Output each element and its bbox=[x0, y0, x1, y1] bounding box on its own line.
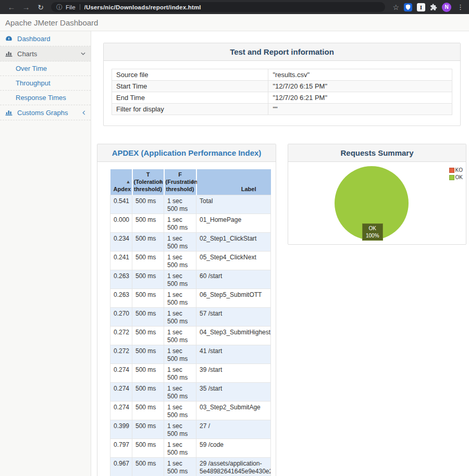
frustration-value: 1 sec 500 ms bbox=[164, 327, 196, 345]
toleration-value: 500 ms bbox=[132, 270, 164, 289]
apdex-panel: APDEX (Application Performance Index) Ap… bbox=[97, 144, 276, 476]
sidebar-item-label: Throughput bbox=[16, 79, 51, 87]
sidebar-item-response-times[interactable]: Response Times bbox=[0, 91, 91, 105]
info-label: Source file bbox=[112, 69, 268, 81]
toleration-value: 500 ms bbox=[132, 195, 164, 214]
apdex-value: 0.263 bbox=[110, 270, 132, 289]
shield-extension-icon[interactable] bbox=[404, 3, 412, 11]
bar-chart-icon bbox=[5, 109, 13, 116]
table-row: Source file "results.csv" bbox=[112, 69, 452, 81]
column-header-label[interactable]: Label bbox=[196, 169, 271, 195]
table-row: 0.967 500 ms 1 sec 500 ms 29 /assets/app… bbox=[110, 458, 271, 476]
frustration-value: 1 sec 500 ms bbox=[164, 383, 196, 402]
apdex-value: 0.272 bbox=[110, 327, 132, 345]
chevron-left-icon bbox=[82, 110, 85, 115]
content-area: Test and Report information Source file … bbox=[91, 31, 469, 476]
frustration-value: 1 sec 500 ms bbox=[164, 252, 196, 270]
frustration-value: 1 sec 500 ms bbox=[164, 364, 196, 383]
address-bar[interactable]: ⓘ File /Users/nic/Downloads/report/index… bbox=[51, 2, 385, 12]
table-row: 0.541 500 ms 1 sec 500 ms Total bbox=[110, 195, 271, 214]
sidebar-item-over-time[interactable]: Over Time bbox=[0, 61, 91, 76]
toleration-value: 500 ms bbox=[132, 308, 164, 327]
info-label: Start Time bbox=[112, 81, 268, 92]
info-label: End Time bbox=[112, 92, 268, 104]
frustration-value: 1 sec 500 ms bbox=[164, 233, 196, 252]
back-icon[interactable]: ← bbox=[5, 3, 18, 11]
frustration-value: 1 sec 500 ms bbox=[164, 458, 196, 476]
toleration-value: 500 ms bbox=[132, 327, 164, 345]
forward-icon[interactable]: → bbox=[20, 3, 32, 11]
sidebar-item-customs-graphs[interactable]: Customs Graphs bbox=[0, 105, 91, 120]
column-header-apdex[interactable]: Apdex ▲ bbox=[110, 169, 132, 195]
sidebar-item-label: Customs Graphs bbox=[17, 109, 68, 117]
toleration-value: 500 ms bbox=[132, 214, 164, 233]
label-value: 27 / bbox=[196, 420, 271, 439]
info-value: "" bbox=[268, 104, 452, 115]
info-value: "results.csv" bbox=[268, 69, 452, 81]
info-value: "12/7/20 6:15 PM" bbox=[268, 81, 452, 92]
chart-legend: KO OK bbox=[449, 167, 463, 182]
bookmark-star-icon[interactable]: ☆ bbox=[392, 3, 399, 11]
dashboard-gauge-icon bbox=[5, 35, 13, 42]
label-value: 35 /start bbox=[196, 383, 271, 402]
column-header-frustration[interactable]: F (Frustration threshold) ⇕ bbox=[164, 169, 196, 195]
frustration-value: 1 sec 500 ms bbox=[164, 345, 196, 364]
sidebar: Dashboard Charts Over Time Throughput Re… bbox=[0, 31, 91, 476]
sort-both-icon: ⇕ bbox=[158, 179, 163, 185]
frustration-value: 1 sec 500 ms bbox=[164, 439, 196, 458]
sidebar-item-throughput[interactable]: Throughput bbox=[0, 76, 91, 91]
label-value: 41 /start bbox=[196, 345, 271, 364]
table-row: 0.274 500 ms 1 sec 500 ms 35 /start bbox=[110, 383, 271, 402]
sort-asc-icon: ▲ bbox=[126, 179, 131, 185]
label-value: 59 /code bbox=[196, 439, 271, 458]
table-row: 0.274 500 ms 1 sec 500 ms 39 /start bbox=[110, 364, 271, 383]
i-extension-icon[interactable]: I bbox=[417, 3, 425, 11]
sidebar-item-charts[interactable]: Charts bbox=[0, 46, 91, 61]
toleration-value: 500 ms bbox=[132, 364, 164, 383]
panel-title: APDEX (Application Performance Index) bbox=[97, 144, 276, 162]
bar-chart-icon bbox=[5, 51, 13, 57]
extensions-puzzle-icon[interactable] bbox=[430, 4, 437, 11]
label-value: Total bbox=[196, 195, 271, 214]
table-header-row: Apdex ▲ T (Toleration threshold) ⇕ F (Fr… bbox=[110, 169, 271, 195]
table-row: 0.263 500 ms 1 sec 500 ms 60 /start bbox=[110, 270, 271, 289]
sidebar-item-label: Charts bbox=[17, 50, 37, 58]
panel-title: Test and Report information bbox=[104, 43, 460, 61]
address-divider bbox=[80, 4, 80, 10]
apdex-value: 0.000 bbox=[110, 214, 132, 233]
sidebar-item-label: Dashboard bbox=[17, 35, 51, 43]
table-row: 0.270 500 ms 1 sec 500 ms 57 /start bbox=[110, 308, 271, 327]
chevron-down-icon bbox=[81, 52, 85, 55]
table-row: 0.241 500 ms 1 sec 500 ms 05_Step4_Click… bbox=[110, 252, 271, 270]
table-row: 0.797 500 ms 1 sec 500 ms 59 /code bbox=[110, 439, 271, 458]
label-value: 05_Step4_ClickNext bbox=[196, 252, 271, 270]
label-value: 03_Step2_SubmitAge bbox=[196, 402, 271, 420]
toleration-value: 500 ms bbox=[132, 458, 164, 476]
apdex-table: Apdex ▲ T (Toleration threshold) ⇕ F (Fr… bbox=[110, 169, 271, 476]
column-header-toleration[interactable]: T (Toleration threshold) ⇕ bbox=[132, 169, 164, 195]
toleration-value: 500 ms bbox=[132, 345, 164, 364]
apdex-value: 0.241 bbox=[110, 252, 132, 270]
legend-item-ko[interactable]: KO bbox=[449, 167, 463, 173]
url-text: /Users/nic/Downloads/report/index.html bbox=[84, 4, 201, 10]
app-header: Apache JMeter Dashboard bbox=[0, 14, 469, 31]
apdex-value: 0.797 bbox=[110, 439, 132, 458]
legend-item-ok[interactable]: OK bbox=[449, 174, 463, 180]
reload-icon[interactable]: ↻ bbox=[34, 3, 47, 11]
frustration-value: 1 sec 500 ms bbox=[164, 270, 196, 289]
sort-both-icon: ⇕ bbox=[191, 179, 195, 185]
browser-menu-icon[interactable]: ⋮ bbox=[456, 3, 464, 11]
sidebar-item-dashboard[interactable]: Dashboard bbox=[0, 31, 91, 46]
page-info-icon[interactable]: ⓘ bbox=[56, 4, 63, 10]
apdex-value: 0.274 bbox=[110, 383, 132, 402]
label-value: 29 /assets/application-5e48982641645e9e4… bbox=[196, 458, 271, 476]
table-row: Filter for display "" bbox=[112, 104, 452, 115]
apdex-value: 0.272 bbox=[110, 345, 132, 364]
label-value: 57 /start bbox=[196, 308, 271, 327]
browser-toolbar: ← → ↻ ⓘ File /Users/nic/Downloads/report… bbox=[0, 0, 469, 14]
legend-swatch-ko bbox=[449, 168, 454, 173]
profile-avatar[interactable]: N bbox=[442, 3, 451, 12]
table-row: 0.399 500 ms 1 sec 500 ms 27 / bbox=[110, 420, 271, 439]
toleration-value: 500 ms bbox=[132, 289, 164, 308]
info-label: Filter for display bbox=[112, 104, 268, 115]
